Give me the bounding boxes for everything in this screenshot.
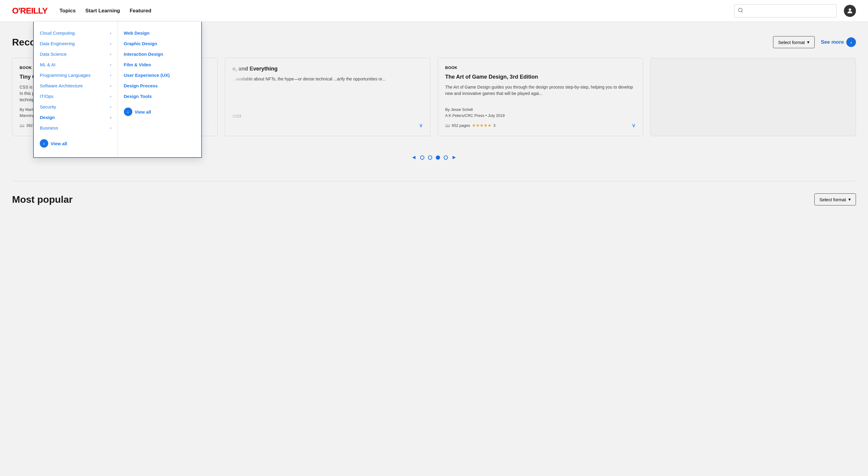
nav-topics[interactable]: Topics bbox=[59, 8, 76, 14]
dropdown-right-web-design[interactable]: Web Design bbox=[118, 28, 202, 38]
dropdown-right-interaction-design[interactable]: Interaction Design bbox=[118, 49, 202, 59]
nav-start-learning[interactable]: Start Learning bbox=[85, 8, 120, 14]
dropdown-item-cloud[interactable]: Cloud Computing › bbox=[34, 28, 118, 38]
chevron-right-icon: › bbox=[110, 41, 111, 46]
logo[interactable]: O'REILLY bbox=[12, 6, 47, 16]
right-view-all-button[interactable]: › View all bbox=[118, 104, 202, 120]
chevron-right-icon: › bbox=[110, 31, 111, 35]
chevron-right-icon: › bbox=[110, 115, 111, 120]
header: O'REILLY Topics Start Learning Featured bbox=[0, 0, 868, 22]
chevron-right-icon: › bbox=[110, 94, 111, 98]
topics-dropdown: Cloud Computing › Data Engineering › Dat… bbox=[33, 22, 202, 158]
chevron-right-icon: › bbox=[110, 126, 111, 130]
dropdown-item-design[interactable]: Design › bbox=[34, 112, 118, 123]
dropdown-right-graphic-design[interactable]: Graphic Design bbox=[118, 38, 202, 49]
svg-point-2 bbox=[849, 8, 851, 11]
logo-text: O'REILLY bbox=[12, 6, 47, 16]
dropdown-right-panel: Web Design Graphic Design Interaction De… bbox=[118, 22, 202, 157]
chevron-right-icon: › bbox=[110, 62, 111, 67]
view-all-circle-icon: › bbox=[124, 107, 132, 116]
dropdown-item-prog-lang[interactable]: Programming Languages › bbox=[34, 70, 118, 81]
user-avatar[interactable] bbox=[844, 5, 856, 17]
dropdown-item-data-sci[interactable]: Data Science › bbox=[34, 49, 118, 59]
dropdown-left-panel: Cloud Computing › Data Engineering › Dat… bbox=[34, 22, 118, 157]
dropdown-item-business[interactable]: Business › bbox=[34, 123, 118, 133]
svg-point-0 bbox=[738, 8, 742, 12]
search-container bbox=[734, 4, 837, 18]
dropdown-item-security[interactable]: Security › bbox=[34, 101, 118, 112]
chevron-right-icon: › bbox=[110, 52, 111, 56]
dropdown-right-film-video[interactable]: Film & Video bbox=[118, 59, 202, 70]
chevron-right-icon: › bbox=[110, 104, 111, 109]
chevron-right-icon: › bbox=[110, 73, 111, 77]
dropdown-item-soft-arch[interactable]: Software Architecture › bbox=[34, 81, 118, 91]
dropdown-right-design-tools[interactable]: Design Tools bbox=[118, 91, 202, 101]
dropdown-right-design-process[interactable]: Design Process bbox=[118, 81, 202, 91]
dropdown-item-data-eng[interactable]: Data Engineering › bbox=[34, 38, 118, 49]
svg-line-1 bbox=[741, 11, 742, 12]
search-input[interactable] bbox=[734, 4, 837, 18]
dropdown-item-itops[interactable]: IT/Ops › bbox=[34, 91, 118, 101]
left-view-all-button[interactable]: › View all bbox=[34, 135, 118, 151]
dropdown-right-ux[interactable]: User Experience (UX) bbox=[118, 70, 202, 81]
search-icon bbox=[738, 7, 743, 14]
nav-featured[interactable]: Featured bbox=[130, 8, 151, 14]
main-nav: Topics Start Learning Featured bbox=[59, 8, 734, 14]
dropdown-item-ml-ai[interactable]: ML & AI › bbox=[34, 59, 118, 70]
view-all-circle-icon: › bbox=[40, 139, 48, 148]
chevron-right-icon: › bbox=[110, 84, 111, 88]
